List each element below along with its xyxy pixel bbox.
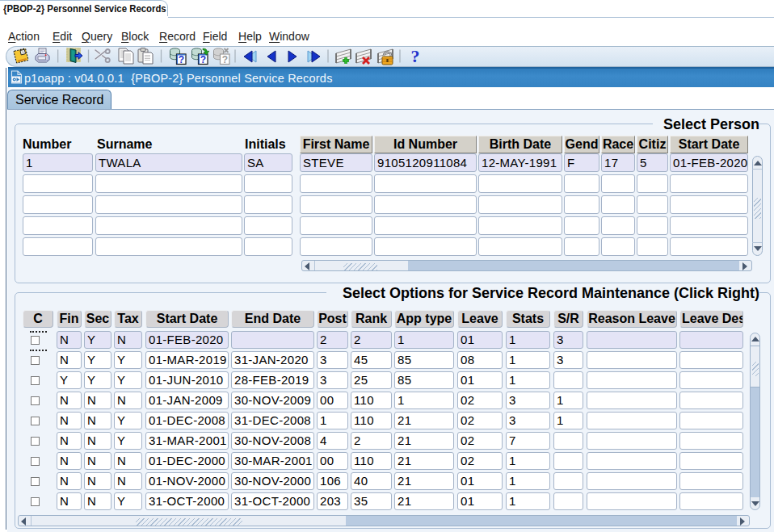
svg-text:?: ? [411,46,420,66]
svg-text:?: ? [179,54,184,65]
svg-text:?: ? [222,54,228,65]
svg-text:?: ? [200,54,206,65]
